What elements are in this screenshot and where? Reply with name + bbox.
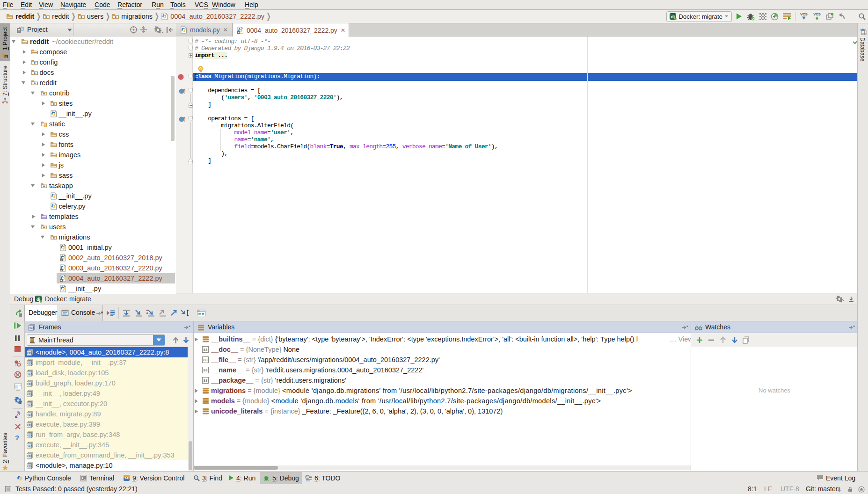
svg-text:<s>: <s> xyxy=(27,403,32,407)
svg-text:<s>: <s> xyxy=(27,444,32,448)
svg-text:<s>: <s> xyxy=(27,362,32,365)
svg-text:<s>: <s> xyxy=(27,372,32,376)
svg-text:dj: dj xyxy=(36,297,40,302)
svg-text:88: 88 xyxy=(203,369,207,372)
svg-text:<s>: <s> xyxy=(27,383,32,386)
svg-text:88: 88 xyxy=(203,358,207,362)
svg-text:<s>: <s> xyxy=(27,352,32,355)
svg-text:<s>: <s> xyxy=(27,393,32,396)
svg-text:<s>: <s> xyxy=(27,414,32,417)
svg-text:VCS: VCS xyxy=(813,12,820,16)
svg-text:<s>: <s> xyxy=(27,434,32,437)
svg-text:VCS: VCS xyxy=(800,12,807,16)
svg-text:dj: dj xyxy=(671,14,675,19)
svg-text:88: 88 xyxy=(203,348,207,352)
svg-text:88: 88 xyxy=(203,379,207,383)
svg-text:<s>: <s> xyxy=(27,455,32,458)
svg-text:<s>: <s> xyxy=(27,465,32,468)
svg-text:<s>: <s> xyxy=(29,327,34,330)
svg-text:<s>: <s> xyxy=(27,424,32,427)
